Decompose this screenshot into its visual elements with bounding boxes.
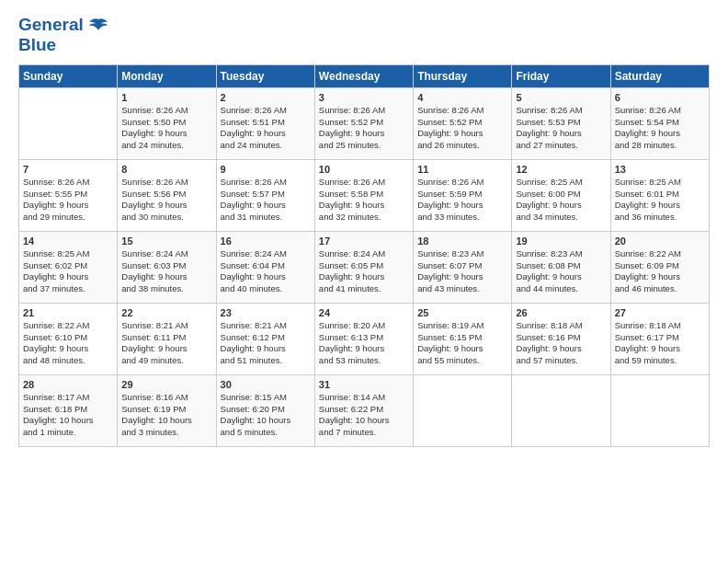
calendar-cell: 15Sunrise: 8:24 AMSunset: 6:03 PMDayligh…: [118, 231, 216, 303]
calendar-cell: 12Sunrise: 8:25 AMSunset: 6:00 PMDayligh…: [512, 159, 610, 231]
cell-sun-info: Sunrise: 8:26 AMSunset: 5:52 PMDaylight:…: [319, 105, 409, 152]
calendar-cell: 29Sunrise: 8:16 AMSunset: 6:19 PMDayligh…: [118, 374, 216, 446]
day-number: 19: [516, 236, 606, 247]
cell-sun-info: Sunrise: 8:26 AMSunset: 5:58 PMDaylight:…: [319, 177, 409, 224]
calendar-cell: 23Sunrise: 8:21 AMSunset: 6:12 PMDayligh…: [216, 303, 314, 374]
calendar-cell: 24Sunrise: 8:20 AMSunset: 6:13 PMDayligh…: [314, 303, 413, 374]
day-number: 30: [221, 379, 311, 390]
weekday-header: Friday: [512, 64, 610, 87]
cell-sun-info: Sunrise: 8:25 AMSunset: 6:02 PMDaylight:…: [23, 248, 113, 295]
cell-sun-info: Sunrise: 8:24 AMSunset: 6:03 PMDaylight:…: [121, 248, 211, 295]
cell-sun-info: Sunrise: 8:26 AMSunset: 5:52 PMDaylight:…: [417, 105, 507, 152]
day-number: 29: [121, 379, 211, 390]
cell-sun-info: Sunrise: 8:26 AMSunset: 5:59 PMDaylight:…: [417, 177, 507, 224]
calendar-cell: 21Sunrise: 8:22 AMSunset: 6:10 PMDayligh…: [19, 303, 118, 374]
calendar-cell: 11Sunrise: 8:26 AMSunset: 5:59 PMDayligh…: [414, 159, 512, 231]
calendar-cell: 16Sunrise: 8:24 AMSunset: 6:04 PMDayligh…: [216, 231, 314, 303]
calendar-cell: 5Sunrise: 8:26 AMSunset: 5:53 PMDaylight…: [512, 87, 610, 159]
calendar-cell: 19Sunrise: 8:23 AMSunset: 6:08 PMDayligh…: [512, 231, 610, 303]
cell-sun-info: Sunrise: 8:18 AMSunset: 6:16 PMDaylight:…: [516, 320, 606, 367]
logo-bird-icon: [89, 17, 108, 34]
cell-sun-info: Sunrise: 8:25 AMSunset: 6:01 PMDaylight:…: [615, 177, 705, 224]
calendar-body: 1Sunrise: 8:26 AMSunset: 5:50 PMDaylight…: [19, 87, 710, 446]
page: General Blue SundayMondayTuesdayWednesda…: [0, 0, 728, 563]
cell-sun-info: Sunrise: 8:22 AMSunset: 6:09 PMDaylight:…: [615, 248, 705, 295]
calendar-cell: 26Sunrise: 8:18 AMSunset: 6:16 PMDayligh…: [512, 303, 610, 374]
day-number: 12: [516, 164, 606, 175]
calendar-cell: 4Sunrise: 8:26 AMSunset: 5:52 PMDaylight…: [414, 87, 512, 159]
weekday-header: Monday: [118, 64, 216, 87]
weekday-header: Wednesday: [314, 64, 413, 87]
calendar-cell: 31Sunrise: 8:14 AMSunset: 6:22 PMDayligh…: [314, 374, 413, 446]
header: General Blue: [18, 15, 710, 55]
cell-sun-info: Sunrise: 8:26 AMSunset: 5:54 PMDaylight:…: [615, 105, 705, 152]
day-number: 7: [23, 164, 113, 175]
day-number: 6: [615, 92, 705, 103]
cell-sun-info: Sunrise: 8:17 AMSunset: 6:18 PMDaylight:…: [23, 392, 113, 439]
cell-sun-info: Sunrise: 8:19 AMSunset: 6:15 PMDaylight:…: [417, 320, 507, 367]
calendar-cell: 6Sunrise: 8:26 AMSunset: 5:54 PMDaylight…: [610, 87, 709, 159]
day-number: 9: [221, 164, 311, 175]
day-number: 8: [121, 164, 211, 175]
cell-sun-info: Sunrise: 8:14 AMSunset: 6:22 PMDaylight:…: [319, 392, 409, 439]
day-number: 26: [516, 307, 606, 318]
cell-sun-info: Sunrise: 8:26 AMSunset: 5:55 PMDaylight:…: [23, 177, 113, 224]
logo-blue: Blue: [18, 35, 108, 55]
day-number: 18: [417, 236, 507, 247]
day-number: 11: [417, 164, 507, 175]
calendar-cell: [19, 87, 118, 159]
calendar-week-row: 1Sunrise: 8:26 AMSunset: 5:50 PMDaylight…: [19, 87, 710, 159]
day-number: 10: [319, 164, 409, 175]
cell-sun-info: Sunrise: 8:26 AMSunset: 5:57 PMDaylight:…: [221, 177, 311, 224]
calendar-cell: 10Sunrise: 8:26 AMSunset: 5:58 PMDayligh…: [314, 159, 413, 231]
day-number: 15: [121, 236, 211, 247]
weekday-header: Tuesday: [216, 64, 314, 87]
calendar-cell: 28Sunrise: 8:17 AMSunset: 6:18 PMDayligh…: [19, 374, 118, 446]
day-number: 16: [221, 236, 311, 247]
cell-sun-info: Sunrise: 8:18 AMSunset: 6:17 PMDaylight:…: [615, 320, 705, 367]
calendar-cell: 2Sunrise: 8:26 AMSunset: 5:51 PMDaylight…: [216, 87, 314, 159]
cell-sun-info: Sunrise: 8:24 AMSunset: 6:05 PMDaylight:…: [319, 248, 409, 295]
calendar-cell: 1Sunrise: 8:26 AMSunset: 5:50 PMDaylight…: [118, 87, 216, 159]
cell-sun-info: Sunrise: 8:20 AMSunset: 6:13 PMDaylight:…: [319, 320, 409, 367]
calendar-cell: 20Sunrise: 8:22 AMSunset: 6:09 PMDayligh…: [610, 231, 709, 303]
day-number: 25: [417, 307, 507, 318]
calendar-header-row: SundayMondayTuesdayWednesdayThursdayFrid…: [19, 64, 710, 87]
cell-sun-info: Sunrise: 8:16 AMSunset: 6:19 PMDaylight:…: [121, 392, 211, 439]
calendar-cell: 30Sunrise: 8:15 AMSunset: 6:20 PMDayligh…: [216, 374, 314, 446]
cell-sun-info: Sunrise: 8:26 AMSunset: 5:53 PMDaylight:…: [516, 105, 606, 152]
cell-sun-info: Sunrise: 8:15 AMSunset: 6:20 PMDaylight:…: [221, 392, 311, 439]
calendar-cell: 14Sunrise: 8:25 AMSunset: 6:02 PMDayligh…: [19, 231, 118, 303]
weekday-header: Thursday: [414, 64, 512, 87]
day-number: 13: [615, 164, 705, 175]
calendar-cell: 27Sunrise: 8:18 AMSunset: 6:17 PMDayligh…: [610, 303, 709, 374]
weekday-header: Sunday: [19, 64, 118, 87]
cell-sun-info: Sunrise: 8:22 AMSunset: 6:10 PMDaylight:…: [23, 320, 113, 367]
cell-sun-info: Sunrise: 8:26 AMSunset: 5:56 PMDaylight:…: [121, 177, 211, 224]
logo-general: General: [18, 15, 84, 34]
day-number: 28: [23, 379, 113, 390]
day-number: 4: [417, 92, 507, 103]
cell-sun-info: Sunrise: 8:26 AMSunset: 5:51 PMDaylight:…: [221, 105, 311, 152]
day-number: 3: [319, 92, 409, 103]
cell-sun-info: Sunrise: 8:21 AMSunset: 6:11 PMDaylight:…: [121, 320, 211, 367]
weekday-header: Saturday: [610, 64, 709, 87]
calendar-week-row: 28Sunrise: 8:17 AMSunset: 6:18 PMDayligh…: [19, 374, 710, 446]
cell-sun-info: Sunrise: 8:23 AMSunset: 6:07 PMDaylight:…: [417, 248, 507, 295]
day-number: 2: [221, 92, 311, 103]
calendar-week-row: 14Sunrise: 8:25 AMSunset: 6:02 PMDayligh…: [19, 231, 710, 303]
calendar-cell: [610, 374, 709, 446]
day-number: 22: [121, 307, 211, 318]
day-number: 5: [516, 92, 606, 103]
day-number: 24: [319, 307, 409, 318]
day-number: 31: [319, 379, 409, 390]
day-number: 17: [319, 236, 409, 247]
calendar-cell: 17Sunrise: 8:24 AMSunset: 6:05 PMDayligh…: [314, 231, 413, 303]
calendar-cell: 13Sunrise: 8:25 AMSunset: 6:01 PMDayligh…: [610, 159, 709, 231]
calendar-cell: 9Sunrise: 8:26 AMSunset: 5:57 PMDaylight…: [216, 159, 314, 231]
day-number: 14: [23, 236, 113, 247]
calendar-cell: 18Sunrise: 8:23 AMSunset: 6:07 PMDayligh…: [414, 231, 512, 303]
cell-sun-info: Sunrise: 8:24 AMSunset: 6:04 PMDaylight:…: [221, 248, 311, 295]
calendar-cell: 7Sunrise: 8:26 AMSunset: 5:55 PMDaylight…: [19, 159, 118, 231]
calendar-cell: [512, 374, 610, 446]
